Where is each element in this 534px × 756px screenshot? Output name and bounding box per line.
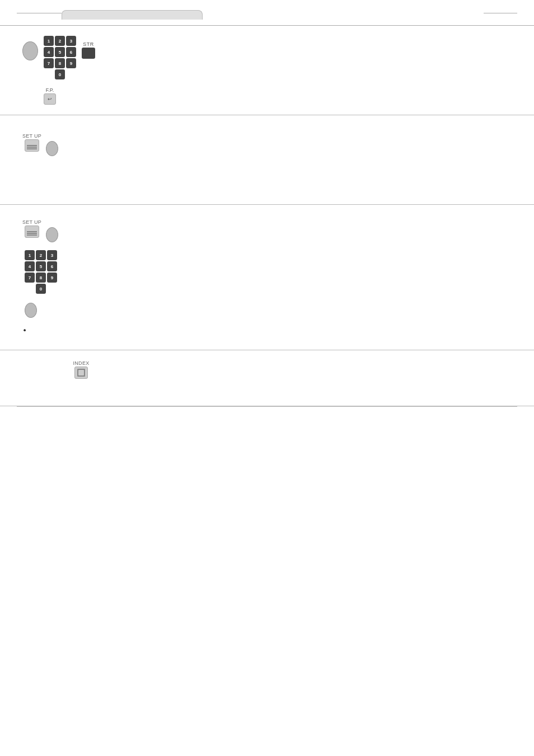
- oval-button-2[interactable]: [46, 141, 58, 156]
- setup-button-3[interactable]: SET UP: [22, 219, 41, 238]
- key-1[interactable]: 1: [44, 36, 54, 46]
- fp-rect: ↩: [44, 93, 56, 105]
- keypad-3: 1 2 3 4 5 6 7 8 9 0: [25, 250, 140, 294]
- setup-rect-3: [25, 226, 39, 238]
- key-8[interactable]: 8: [55, 58, 65, 68]
- key-2[interactable]: 2: [55, 36, 65, 46]
- setup-rect-inner-2: [27, 145, 37, 146]
- fp-label: F.P.: [46, 87, 54, 93]
- key3-7[interactable]: 7: [25, 273, 35, 283]
- key3-9[interactable]: 9: [47, 273, 57, 283]
- section-1-icons: 1 2 3 4 5 6 7 8 9 0 F.P. ↩: [22, 36, 140, 105]
- section-1: 1 2 3 4 5 6 7 8 9 0 F.P. ↩: [0, 26, 534, 115]
- header-tab: [62, 10, 203, 20]
- section-2-icon-row: SET UP: [22, 133, 140, 156]
- keypad-1: 1 2 3 4 5 6 7 8 9 0: [44, 36, 76, 79]
- section-3: SET UP 1 2 3 4 5 6 7 8 9 0: [0, 205, 534, 350]
- key-7[interactable]: 7: [44, 58, 54, 68]
- section-2-icons: SET UP: [22, 131, 140, 156]
- index-button[interactable]: INDEX: [22, 360, 140, 379]
- section-4-icons: INDEX: [22, 360, 140, 379]
- oval-button-3a[interactable]: [46, 227, 58, 242]
- key-5[interactable]: 5: [55, 47, 65, 57]
- key3-8[interactable]: 8: [36, 273, 46, 283]
- setup-rect-2: [25, 139, 39, 152]
- setup-label-3: SET UP: [22, 219, 41, 225]
- key3-1[interactable]: 1: [25, 250, 35, 260]
- key-9[interactable]: 9: [66, 58, 76, 68]
- key3-3[interactable]: 3: [47, 250, 57, 260]
- key3-0[interactable]: 0: [36, 284, 46, 294]
- top-line-right: [484, 13, 517, 14]
- setup-button-2[interactable]: SET UP: [22, 133, 41, 152]
- key3-5[interactable]: 5: [36, 261, 46, 271]
- key-6[interactable]: 6: [66, 47, 76, 57]
- oval-button-1[interactable]: [22, 41, 38, 60]
- section-4: INDEX: [0, 350, 534, 406]
- top-header: [0, 0, 534, 26]
- key-0[interactable]: 0: [55, 69, 65, 79]
- setup-rect-inner-3: [27, 231, 37, 232]
- index-label: INDEX: [73, 360, 89, 366]
- top-line-left: [17, 13, 62, 14]
- index-rect: [74, 367, 88, 379]
- oval-button-3b[interactable]: [25, 303, 37, 318]
- page: 1 2 3 4 5 6 7 8 9 0 F.P. ↩: [0, 0, 534, 756]
- str-rect: [82, 48, 95, 59]
- setup-label-2: SET UP: [22, 133, 41, 139]
- section-3-setup-row: SET UP: [22, 219, 140, 242]
- str-label: STR: [83, 41, 94, 47]
- key3-2[interactable]: 2: [36, 250, 46, 260]
- bottom-divider: [17, 406, 517, 407]
- section-3-icons: SET UP 1 2 3 4 5 6 7 8 9 0: [22, 217, 140, 326]
- index-icon: [77, 369, 85, 377]
- index-icon-inner: [78, 370, 84, 375]
- section-2: SET UP: [0, 115, 534, 205]
- key3-4[interactable]: 4: [25, 261, 35, 271]
- str-button[interactable]: STR: [82, 41, 95, 59]
- key3-6[interactable]: 6: [47, 261, 57, 271]
- key-3[interactable]: 3: [66, 36, 76, 46]
- key-4[interactable]: 4: [44, 47, 54, 57]
- fp-button[interactable]: F.P. ↩: [44, 87, 56, 105]
